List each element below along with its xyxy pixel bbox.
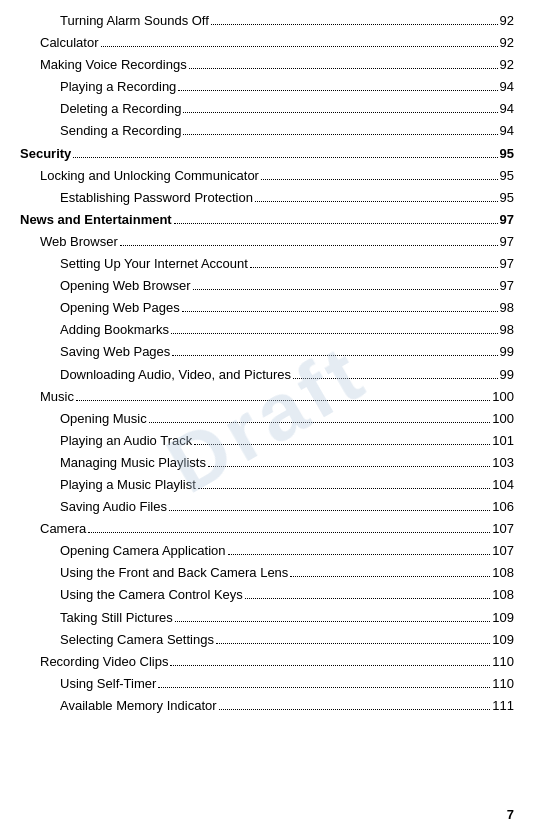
toc-page: 110 [492, 651, 514, 673]
toc-dots [228, 554, 491, 555]
toc-page: 94 [500, 76, 514, 98]
toc-page: 108 [492, 584, 514, 606]
toc-dots [120, 245, 498, 246]
toc-dots [73, 157, 497, 158]
toc-label: Opening Web Browser [20, 275, 191, 297]
toc-page: 97 [500, 209, 514, 231]
toc-page: 104 [492, 474, 514, 496]
toc-page: 92 [500, 10, 514, 32]
toc-label: Using Self-Timer [20, 673, 156, 695]
toc-dots [208, 466, 490, 467]
toc-dots [88, 532, 490, 533]
toc-entry: Deleting a Recording 94 [20, 98, 514, 120]
toc-dots [170, 665, 490, 666]
toc-dots [245, 598, 490, 599]
toc-page: 107 [492, 540, 514, 562]
toc-entry: Playing an Audio Track 101 [20, 430, 514, 452]
toc-page: 95 [500, 165, 514, 187]
toc-page: 98 [500, 297, 514, 319]
toc-entry: Selecting Camera Settings 109 [20, 629, 514, 651]
toc-dots [101, 46, 498, 47]
toc-page: 95 [500, 187, 514, 209]
toc-dots [219, 709, 491, 710]
toc-entry: Camera 107 [20, 518, 514, 540]
toc-entry: Saving Web Pages 99 [20, 341, 514, 363]
toc-dots [261, 179, 498, 180]
toc-label: Managing Music Playlists [20, 452, 206, 474]
toc-page: 92 [500, 54, 514, 76]
toc-entry: Making Voice Recordings 92 [20, 54, 514, 76]
toc-entry: Using Self-Timer 110 [20, 673, 514, 695]
page-number: 7 [507, 807, 514, 822]
toc-dots [182, 311, 498, 312]
toc-entry: Opening Camera Application 107 [20, 540, 514, 562]
toc-page: 109 [492, 607, 514, 629]
toc-page: 103 [492, 452, 514, 474]
toc-label: Camera [20, 518, 86, 540]
toc-entry: Sending a Recording 94 [20, 120, 514, 142]
toc-entry: Taking Still Pictures 109 [20, 607, 514, 629]
toc-label: Saving Audio Files [20, 496, 167, 518]
toc-entry: Calculator 92 [20, 32, 514, 54]
toc-entry: Playing a Music Playlist 104 [20, 474, 514, 496]
toc-label: Playing an Audio Track [20, 430, 192, 452]
toc-entry: Music 100 [20, 386, 514, 408]
toc-dots [255, 201, 498, 202]
toc-dots [175, 621, 491, 622]
toc-label: Playing a Recording [20, 76, 176, 98]
toc-label: Downloading Audio, Video, and Pictures [20, 364, 291, 386]
toc-dots [178, 90, 497, 91]
toc-dots [293, 378, 498, 379]
toc-entry: Managing Music Playlists 103 [20, 452, 514, 474]
toc-label: News and Entertainment [20, 209, 172, 231]
toc-dots [211, 24, 498, 25]
toc-dots [189, 68, 498, 69]
toc-label: Opening Music [20, 408, 147, 430]
toc-page: 99 [500, 341, 514, 363]
toc-container: Turning Alarm Sounds Off 92 Calculator 9… [20, 10, 514, 717]
toc-page: 94 [500, 98, 514, 120]
toc-label: Security [20, 143, 71, 165]
toc-entry: Saving Audio Files 106 [20, 496, 514, 518]
toc-entry: Security 95 [20, 143, 514, 165]
toc-label: Opening Camera Application [20, 540, 226, 562]
toc-page: 97 [500, 253, 514, 275]
toc-entry: Recording Video Clips 110 [20, 651, 514, 673]
toc-page: 100 [492, 386, 514, 408]
toc-label: Web Browser [20, 231, 118, 253]
toc-label: Adding Bookmarks [20, 319, 169, 341]
toc-dots [198, 488, 490, 489]
toc-label: Turning Alarm Sounds Off [20, 10, 209, 32]
toc-dots [169, 510, 490, 511]
toc-entry: Turning Alarm Sounds Off 92 [20, 10, 514, 32]
toc-page: 95 [500, 143, 514, 165]
toc-label: Using the Camera Control Keys [20, 584, 243, 606]
toc-page: 111 [492, 695, 514, 717]
toc-label: Taking Still Pictures [20, 607, 173, 629]
toc-dots [193, 289, 498, 290]
toc-entry: News and Entertainment 97 [20, 209, 514, 231]
toc-page: 92 [500, 32, 514, 54]
toc-dots [171, 333, 497, 334]
toc-label: Using the Front and Back Camera Lens [20, 562, 288, 584]
toc-label: Deleting a Recording [20, 98, 181, 120]
toc-label: Making Voice Recordings [20, 54, 187, 76]
toc-entry: Web Browser 97 [20, 231, 514, 253]
toc-label: Music [20, 386, 74, 408]
toc-entry: Playing a Recording 94 [20, 76, 514, 98]
toc-page: 98 [500, 319, 514, 341]
toc-dots [183, 134, 497, 135]
toc-dots [158, 687, 490, 688]
toc-label: Opening Web Pages [20, 297, 180, 319]
toc-entry: Using the Camera Control Keys 108 [20, 584, 514, 606]
toc-dots [216, 643, 490, 644]
toc-label: Selecting Camera Settings [20, 629, 214, 651]
toc-entry: Downloading Audio, Video, and Pictures 9… [20, 364, 514, 386]
toc-page: 100 [492, 408, 514, 430]
toc-label: Setting Up Your Internet Account [20, 253, 248, 275]
toc-dots [149, 422, 491, 423]
toc-label: Calculator [20, 32, 99, 54]
toc-page: 109 [492, 629, 514, 651]
toc-dots [172, 355, 497, 356]
toc-entry: Locking and Unlocking Communicator 95 [20, 165, 514, 187]
